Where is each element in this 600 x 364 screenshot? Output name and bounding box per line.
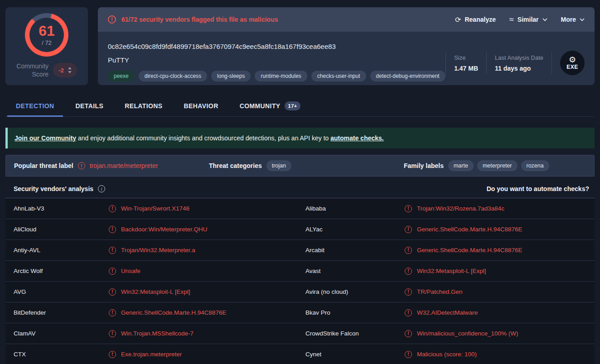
- detection-result: Exe.trojan.meterpreter: [109, 351, 182, 358]
- detection-text: TR/Patched.Gen: [417, 288, 463, 295]
- vendor-cell: BitDefenderGeneric.ShellCode.Marte.H.94C…: [5, 302, 300, 323]
- file-tag[interactable]: runtime-modules: [255, 71, 307, 81]
- alert-icon: [405, 330, 412, 337]
- threat-category-pills: trojan: [266, 160, 291, 171]
- detection-text: Generic.ShellCode.Marte.H.94C8876E: [417, 247, 523, 254]
- score-value: 61: [39, 24, 55, 38]
- tab-detection[interactable]: DETECTION: [7, 95, 63, 116]
- detection-result: Generic.ShellCode.Marte.H.94C8876E: [405, 226, 523, 233]
- alert-icon: [109, 268, 116, 275]
- score-total: / 72: [39, 39, 55, 46]
- category-pill[interactable]: trojan: [266, 160, 291, 171]
- file-hash[interactable]: 0c82e654c09c8fd9fdf4899718efa37670974c9e…: [108, 43, 445, 50]
- tab-label: RELATIONS: [125, 102, 162, 110]
- table-row: Arctic WolfUnsafeAvastWin32:Metasploit-L…: [5, 261, 595, 282]
- vendor-name: Avira (no cloud): [300, 288, 405, 295]
- chevron-down-icon: [580, 18, 585, 21]
- more-button[interactable]: More: [561, 16, 585, 23]
- tab-community[interactable]: COMMUNITY17+: [231, 95, 310, 116]
- reanalyze-button[interactable]: Reanalyze: [455, 15, 496, 24]
- vendor-cell: Avira (no cloud)TR/Patched.Gen: [300, 282, 595, 302]
- file-header-body: 0c82e654c09c8fd9fdf4899718efa37670974c9e…: [98, 32, 595, 81]
- file-name: PuTTY: [108, 56, 445, 64]
- vendor-cell: CrowdStrike FalconWin/malicious_confiden…: [300, 323, 595, 344]
- vendor-cell: ArcabitGeneric.ShellCode.Marte.H.94C8876…: [300, 240, 595, 260]
- detection-result: Win/malicious_confidence_100% (W): [405, 330, 518, 337]
- join-community-link[interactable]: Join our Community: [15, 134, 76, 142]
- detection-text: Generic.ShellCode.Marte.H.94C8876E: [417, 226, 523, 233]
- vendor-cell: AhnLab-V3Win-Trojan/Swrort.X1746: [5, 198, 300, 219]
- file-header-card: 61/72 security vendors flagged this file…: [98, 7, 595, 85]
- family-pill[interactable]: meterpreter: [477, 160, 518, 171]
- vote-up-icon[interactable]: [68, 67, 72, 69]
- file-tag[interactable]: checks-user-input: [311, 71, 366, 81]
- table-row: ClamAVWin.Trojan.MSShellcode-7CrowdStrik…: [5, 323, 595, 344]
- detection-result: Win-Trojan/Swrort.X1746: [109, 205, 189, 212]
- community-score-stepper[interactable]: -2: [53, 63, 77, 77]
- divider: [486, 52, 487, 74]
- detection-result: Win32:Metasploit-L [Expl]: [405, 268, 486, 275]
- file-tag[interactable]: direct-cpu-clock-access: [139, 71, 207, 81]
- detection-result: Generic.ShellCode.Marte.H.94C8876E: [109, 309, 227, 316]
- alert-icon: [405, 288, 412, 296]
- vendor-name: CrowdStrike Falcon: [300, 330, 405, 337]
- file-tag[interactable]: detect-debug-environment: [370, 71, 445, 81]
- vendor-cell: ALYacGeneric.ShellCode.Marte.H.94C8876E: [300, 219, 595, 239]
- info-icon[interactable]: [98, 185, 105, 192]
- family-pill[interactable]: rozena: [521, 160, 549, 171]
- vendor-name: Bkav Pro: [300, 309, 405, 316]
- detection-text: Trojan:Win32/Rozena.7ad3a84c: [417, 205, 504, 212]
- file-size: Size 1.47 MB: [454, 54, 478, 72]
- vendor-name: Cynet: [300, 351, 405, 358]
- similar-button[interactable]: Similar: [509, 15, 547, 24]
- vote-down-icon[interactable]: [68, 71, 72, 73]
- vendor-name: ALYac: [300, 226, 405, 233]
- tab-label: DETAILS: [76, 102, 104, 110]
- family-pill[interactable]: marte: [448, 160, 474, 171]
- vendors-analysis-header: Security vendors' analysis Do you want t…: [5, 180, 595, 197]
- vendor-cell: AliCloudBackdoor:Win/Meterpreter.QHU: [5, 219, 300, 239]
- tab-relations[interactable]: RELATIONS: [116, 95, 171, 116]
- detection-result: Win32:Metasploit-L [Expl]: [109, 288, 190, 296]
- file-tag[interactable]: long-sleeps: [211, 71, 251, 81]
- virustotal-file-report-page: 61 / 72 Community Score -2 61/72 securit…: [0, 0, 600, 364]
- file-type-badge: EXE: [560, 51, 585, 75]
- tab-details[interactable]: DETAILS: [67, 95, 112, 116]
- verdict-text: 61/72 security vendors flagged this file…: [121, 16, 278, 23]
- last-analysis-date: Last Analysis Date 11 days ago: [495, 54, 543, 72]
- detection-score-gauge: 61 / 72: [25, 13, 68, 57]
- detection-result: Unsafe: [109, 268, 140, 275]
- alert-icon: [78, 162, 85, 169]
- automate-checks-link[interactable]: automate checks.: [330, 134, 384, 142]
- vendor-name: AhnLab-V3: [5, 205, 109, 212]
- similar-icon: [509, 15, 514, 24]
- tab-label: BEHAVIOR: [184, 102, 218, 110]
- tab-behavior[interactable]: BEHAVIOR: [175, 95, 227, 116]
- detection-text: Exe.trojan.meterpreter: [121, 351, 182, 358]
- table-row: CTXExe.trojan.meterpreterCynetMalicious …: [5, 344, 595, 364]
- vendor-name: AliCloud: [5, 226, 109, 233]
- community-score: Community Score -2: [5, 62, 88, 78]
- vendor-name: Arctic Wolf: [5, 268, 109, 274]
- alert-icon: [405, 268, 412, 275]
- detection-text: Trojan/Win32.Meterpreter.a: [121, 247, 195, 254]
- detection-text: Win/malicious_confidence_100% (W): [417, 330, 518, 337]
- alert-icon: [405, 247, 412, 254]
- detection-text: Win-Trojan/Swrort.X1746: [121, 205, 189, 212]
- vendor-name: Antiy-AVL: [5, 247, 109, 254]
- community-score-value: -2: [58, 67, 64, 74]
- vendor-cell: ClamAVWin.Trojan.MSShellcode-7: [5, 323, 300, 344]
- detection-score-card: 61 / 72 Community Score -2: [5, 7, 88, 85]
- refresh-icon: [455, 15, 461, 24]
- analysis-title: Security vendors' analysis: [14, 185, 93, 192]
- threat-label-bar: Popular threat label trojan.marte/meterp…: [5, 155, 595, 177]
- vendor-cell: CynetMalicious (score: 100): [300, 344, 595, 364]
- detection-text: Backdoor:Win/Meterpreter.QHU: [121, 226, 208, 233]
- detection-result: Malicious (score: 100): [405, 351, 477, 358]
- table-row: AliCloudBackdoor:Win/Meterpreter.QHUALYa…: [5, 219, 595, 240]
- file-tag[interactable]: peexe: [108, 71, 135, 81]
- detection-text: Generic.ShellCode.Marte.H.94C8876E: [121, 309, 227, 316]
- vendor-cell: AlibabaTrojan:Win32/Rozena.7ad3a84c: [300, 198, 595, 219]
- tabs: DETECTIONDETAILSRELATIONSBEHAVIORCOMMUNI…: [5, 95, 595, 117]
- detection-result: Trojan/Win32.Meterpreter.a: [109, 247, 195, 254]
